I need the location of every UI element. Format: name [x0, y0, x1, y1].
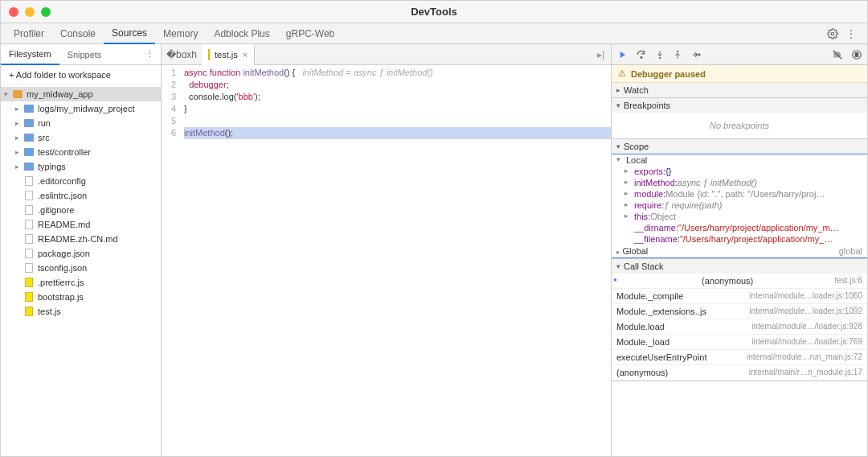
- editor-panel: �boxh test.js × ▸| 123456 async function…: [162, 44, 612, 456]
- watch-section-header[interactable]: ▸ Watch: [612, 83, 867, 97]
- svg-rect-6: [855, 52, 856, 56]
- scope-global[interactable]: ▸ Globalglobal: [612, 245, 867, 257]
- close-tab-icon[interactable]: ×: [243, 50, 248, 60]
- maximize-window-button[interactable]: [41, 7, 51, 17]
- svg-point-4: [698, 54, 700, 56]
- pause-exceptions-icon[interactable]: [851, 49, 862, 60]
- scope-section-header[interactable]: ▾ Scope: [612, 139, 867, 154]
- warning-icon: ⚠: [618, 68, 626, 79]
- svg-point-1: [641, 56, 642, 58]
- debugger-toolbar: [612, 44, 867, 65]
- scope-item[interactable]: ▸initMethod: async ƒ initMethod(): [612, 177, 867, 188]
- tree-file[interactable]: bootstrap.js: [1, 290, 161, 304]
- svg-point-3: [677, 51, 678, 52]
- scope-item[interactable]: __dirname: "/Users/harry/project/applica…: [612, 222, 867, 233]
- main-tabs: Profiler Console Sources Memory Adblock …: [1, 23, 867, 44]
- callstack-frame[interactable]: (anonymous)test.js:6: [612, 274, 867, 289]
- scope-item[interactable]: __filename: "/Users/harry/project/applic…: [612, 233, 867, 245]
- tree-file[interactable]: tsconfig.json: [1, 261, 161, 275]
- tab-console[interactable]: Console: [52, 23, 104, 44]
- callstack-frame[interactable]: Module._extensions..jsinternal/module…lo…: [612, 304, 867, 319]
- svg-point-2: [659, 57, 661, 59]
- dock-icon[interactable]: ▸|: [597, 49, 611, 60]
- paused-label: Debugger paused: [631, 69, 706, 79]
- tree-file[interactable]: package.json: [1, 246, 161, 261]
- tree-folder[interactable]: ▸logs/my_midway_project: [1, 101, 161, 116]
- file-tree: ▾my_midway_app▸logs/my_midway_project▸ru…: [1, 85, 161, 456]
- scope-item[interactable]: ▸module: Module {id: ".", path: "/Users/…: [612, 188, 867, 200]
- tree-file[interactable]: .prettierrc.js: [1, 275, 161, 290]
- tree-folder[interactable]: ▸typings: [1, 159, 161, 174]
- tree-folder[interactable]: ▸src: [1, 130, 161, 145]
- code-content[interactable]: async function initMethod() { initMethod…: [181, 65, 611, 456]
- tab-memory[interactable]: Memory: [155, 23, 206, 44]
- debugger-paused-bar: ⚠ Debugger paused: [612, 65, 867, 83]
- tree-file[interactable]: .editorconfig: [1, 174, 161, 188]
- settings-icon[interactable]: [827, 28, 838, 39]
- tree-folder[interactable]: ▸run: [1, 116, 161, 130]
- step-over-icon[interactable]: [636, 49, 647, 60]
- tab-sources[interactable]: Sources: [104, 23, 155, 44]
- editor-tab-test-js[interactable]: test.js ×: [202, 44, 255, 65]
- svg-point-0: [831, 32, 834, 35]
- callstack-frame[interactable]: executeUserEntryPointinternal/module…run…: [612, 350, 867, 365]
- callstack-frame[interactable]: (anonymous)internal/main/r…n_module.js:1…: [612, 365, 867, 381]
- scope-local-header[interactable]: ▾Local: [612, 154, 867, 166]
- js-file-icon: [208, 49, 210, 60]
- tab-grpc[interactable]: gRPC-Web: [278, 23, 342, 44]
- scope-body: ▾Local▸exports: {}▸initMethod: async ƒ i…: [612, 154, 867, 258]
- breakpoints-section-header[interactable]: ▾ Breakpoints: [612, 98, 867, 113]
- sidebar-tab-filesystem[interactable]: Filesystem: [1, 44, 59, 65]
- more-icon[interactable]: ⋮: [846, 28, 856, 39]
- resume-icon[interactable]: [616, 49, 628, 60]
- add-folder-button[interactable]: + Add folder to workspace: [1, 65, 161, 85]
- callstack-frame[interactable]: Module._compileinternal/module…loader.js…: [612, 289, 867, 304]
- tree-file[interactable]: README.md: [1, 217, 161, 232]
- window-title: DevTools: [411, 6, 457, 18]
- titlebar: DevTools: [1, 1, 867, 23]
- deactivate-breakpoints-icon[interactable]: [832, 49, 843, 60]
- chevron-down-icon: ▾: [616, 142, 620, 150]
- callstack-frame[interactable]: Module._loadinternal/module…/loader.js:7…: [612, 335, 867, 350]
- sidebar-tab-snippets[interactable]: Snippets: [59, 44, 110, 65]
- nav-back-icon[interactable]: �boxh: [166, 49, 197, 60]
- step-icon[interactable]: [690, 49, 702, 60]
- chevron-down-icon: ▾: [616, 101, 620, 109]
- svg-rect-7: [858, 52, 858, 56]
- scope-item[interactable]: ▸exports: {}: [612, 166, 867, 177]
- chevron-down-icon: ▾: [616, 262, 620, 270]
- tab-profiler[interactable]: Profiler: [6, 23, 52, 44]
- tree-file[interactable]: .eslintrc.json: [1, 188, 161, 203]
- tree-file[interactable]: .gitignore: [1, 203, 161, 217]
- callstack-body: (anonymous)test.js:6Module._compileinter…: [612, 274, 867, 381]
- scope-item[interactable]: ▸this: Object: [612, 211, 867, 222]
- sidebar: Filesystem Snippets ⋮ + Add folder to wo…: [1, 44, 162, 456]
- tree-file[interactable]: test.js: [1, 304, 161, 319]
- debugger-panel: ⚠ Debugger paused ▸ Watch ▾ Breakpoints …: [612, 44, 867, 456]
- line-gutter: 123456: [162, 65, 181, 456]
- tree-folder[interactable]: ▸test/controller: [1, 145, 161, 159]
- sidebar-more-icon[interactable]: ⋮: [145, 49, 161, 60]
- minimize-window-button[interactable]: [25, 7, 35, 17]
- tab-adblock[interactable]: Adblock Plus: [206, 23, 277, 44]
- chevron-right-icon: ▸: [616, 86, 620, 94]
- close-window-button[interactable]: [9, 7, 18, 17]
- step-out-icon[interactable]: [673, 49, 682, 60]
- editor-tab-label: test.js: [215, 50, 238, 60]
- scope-item[interactable]: ▸require: ƒ require(path): [612, 200, 867, 211]
- tree-file[interactable]: README.zh-CN.md: [1, 232, 161, 246]
- callstack-frame[interactable]: Module.loadinternal/module…/loader.js:92…: [612, 319, 867, 335]
- tree-root[interactable]: ▾my_midway_app: [1, 87, 161, 101]
- step-into-icon[interactable]: [655, 49, 665, 60]
- callstack-section-header[interactable]: ▾ Call Stack: [612, 259, 867, 274]
- no-breakpoints-label: No breakpoints: [612, 114, 867, 137]
